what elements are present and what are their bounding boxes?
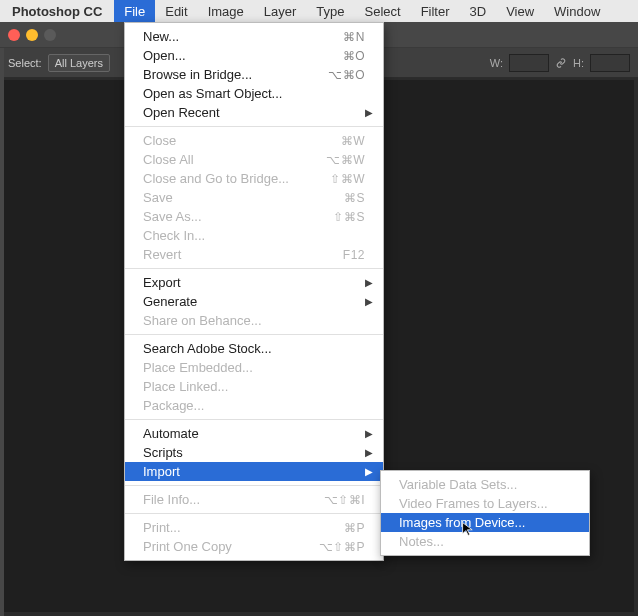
menu-shortcut: ⇧⌘S (333, 210, 365, 224)
menu-select[interactable]: Select (354, 0, 410, 22)
menu-item-package: Package... (125, 396, 383, 415)
menu-item-revert: RevertF12 (125, 245, 383, 264)
close-window-button[interactable] (8, 29, 20, 41)
height-label: H: (573, 57, 584, 69)
menu-shortcut: ⌘P (344, 521, 365, 535)
menu-shortcut: ⌘O (343, 49, 365, 63)
submenu-item-label: Images from Device... (399, 515, 571, 530)
menu-item-label: Print... (143, 520, 344, 535)
menu-3d[interactable]: 3D (460, 0, 497, 22)
menu-item-close-and-go-to-bridge: Close and Go to Bridge...⇧⌘W (125, 169, 383, 188)
menu-item-generate[interactable]: Generate▶ (125, 292, 383, 311)
menu-item-label: Open as Smart Object... (143, 86, 365, 101)
menu-item-label: Browse in Bridge... (143, 67, 328, 82)
submenu-item-images-from-device[interactable]: Images from Device... (381, 513, 589, 532)
menu-item-open-recent[interactable]: Open Recent▶ (125, 103, 383, 122)
menu-filter[interactable]: Filter (411, 0, 460, 22)
menu-item-label: Close All (143, 152, 326, 167)
menu-shortcut: ⌥⇧⌘I (324, 493, 365, 507)
menu-item-browse-in-bridge[interactable]: Browse in Bridge...⌥⌘O (125, 65, 383, 84)
menu-view[interactable]: View (496, 0, 544, 22)
menu-shortcut: F12 (343, 248, 365, 262)
menu-item-label: Import (143, 464, 365, 479)
menu-item-search-adobe-stock[interactable]: Search Adobe Stock... (125, 339, 383, 358)
menu-shortcut: ⌘S (344, 191, 365, 205)
menu-item-label: Save As... (143, 209, 333, 224)
menu-item-label: Share on Behance... (143, 313, 365, 328)
menu-item-label: Revert (143, 247, 343, 262)
menu-item-import[interactable]: Import▶ (125, 462, 383, 481)
menu-shortcut: ⌥⌘O (328, 68, 365, 82)
menu-item-open-as-smart-object[interactable]: Open as Smart Object... (125, 84, 383, 103)
zoom-window-button[interactable] (44, 29, 56, 41)
file-menu-dropdown: New...⌘NOpen...⌘OBrowse in Bridge...⌥⌘OO… (124, 22, 384, 561)
submenu-arrow-icon: ▶ (365, 428, 373, 439)
menu-item-label: File Info... (143, 492, 324, 507)
submenu-item-variable-data-sets: Variable Data Sets... (381, 475, 589, 494)
menu-item-label: Print One Copy (143, 539, 319, 554)
menu-item-share-on-behance: Share on Behance... (125, 311, 383, 330)
submenu-arrow-icon: ▶ (365, 296, 373, 307)
import-submenu: Variable Data Sets...Video Frames to Lay… (380, 470, 590, 556)
submenu-arrow-icon: ▶ (365, 107, 373, 118)
menu-item-label: Search Adobe Stock... (143, 341, 365, 356)
menu-item-label: New... (143, 29, 343, 44)
menu-layer[interactable]: Layer (254, 0, 307, 22)
select-layers-dropdown[interactable]: All Layers (48, 54, 110, 72)
menu-item-label: Close and Go to Bridge... (143, 171, 330, 186)
menu-shortcut: ⇧⌘W (330, 172, 365, 186)
menu-separator (125, 334, 383, 335)
submenu-item-notes: Notes... (381, 532, 589, 551)
submenu-arrow-icon: ▶ (365, 277, 373, 288)
menu-separator (125, 513, 383, 514)
menu-item-label: Automate (143, 426, 365, 441)
menu-edit[interactable]: Edit (155, 0, 197, 22)
menu-separator (125, 419, 383, 420)
submenu-item-video-frames-to-layers: Video Frames to Layers... (381, 494, 589, 513)
submenu-arrow-icon: ▶ (365, 447, 373, 458)
menu-item-label: Scripts (143, 445, 365, 460)
menu-separator (125, 268, 383, 269)
menu-item-close: Close⌘W (125, 131, 383, 150)
menu-item-label: Export (143, 275, 365, 290)
select-label: Select: (8, 57, 42, 69)
menu-item-automate[interactable]: Automate▶ (125, 424, 383, 443)
menu-shortcut: ⌘N (343, 30, 365, 44)
menu-window[interactable]: Window (544, 0, 610, 22)
menu-shortcut: ⌥⌘W (326, 153, 365, 167)
menu-file[interactable]: File (114, 0, 155, 22)
menu-item-new[interactable]: New...⌘N (125, 27, 383, 46)
menu-type[interactable]: Type (306, 0, 354, 22)
link-icon[interactable] (555, 58, 567, 68)
menu-item-place-embedded: Place Embedded... (125, 358, 383, 377)
menu-item-file-info: File Info...⌥⇧⌘I (125, 490, 383, 509)
menu-item-label: Check In... (143, 228, 365, 243)
menu-item-label: Open... (143, 48, 343, 63)
width-label: W: (490, 57, 503, 69)
minimize-window-button[interactable] (26, 29, 38, 41)
menu-item-label: Place Embedded... (143, 360, 365, 375)
menu-item-scripts[interactable]: Scripts▶ (125, 443, 383, 462)
submenu-item-label: Notes... (399, 534, 571, 549)
app-name: Photoshop CC (0, 4, 114, 19)
menu-item-save: Save⌘S (125, 188, 383, 207)
menu-item-print: Print...⌘P (125, 518, 383, 537)
menu-item-print-one-copy: Print One Copy⌥⇧⌘P (125, 537, 383, 556)
menu-item-export[interactable]: Export▶ (125, 273, 383, 292)
submenu-item-label: Variable Data Sets... (399, 477, 571, 492)
height-field[interactable] (590, 54, 630, 72)
menu-item-label: Save (143, 190, 344, 205)
menu-item-open[interactable]: Open...⌘O (125, 46, 383, 65)
menu-image[interactable]: Image (198, 0, 254, 22)
menu-item-save-as: Save As...⇧⌘S (125, 207, 383, 226)
width-field[interactable] (509, 54, 549, 72)
menu-item-label: Place Linked... (143, 379, 365, 394)
menu-separator (125, 126, 383, 127)
menu-separator (125, 485, 383, 486)
menu-item-place-linked: Place Linked... (125, 377, 383, 396)
menu-item-label: Close (143, 133, 341, 148)
menu-item-label: Package... (143, 398, 365, 413)
menu-item-close-all: Close All⌥⌘W (125, 150, 383, 169)
submenu-item-label: Video Frames to Layers... (399, 496, 571, 511)
menu-item-check-in: Check In... (125, 226, 383, 245)
